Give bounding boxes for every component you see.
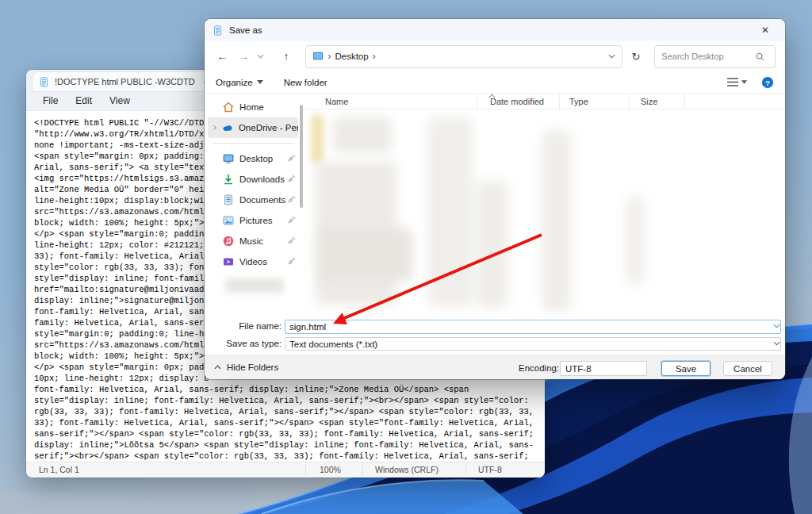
status-divider: [465, 465, 466, 475]
hide-folders-button[interactable]: Hide Folders: [214, 362, 278, 372]
view-options-button[interactable]: [727, 78, 747, 86]
sidebar-item-label: Downloads: [239, 175, 285, 184]
file-name-dropdown-icon[interactable]: [773, 324, 780, 328]
sidebar-item-label: Documents: [239, 195, 285, 205]
menu-edit[interactable]: Edit: [68, 93, 99, 109]
chevron-down-icon: [741, 80, 747, 84]
close-icon[interactable]: ✕: [753, 25, 777, 36]
organize-button[interactable]: Organize: [216, 78, 263, 87]
dialog-toolbar: Organize New folder ?: [205, 71, 785, 94]
save-button[interactable]: Save: [661, 361, 710, 376]
address-dropdown-icon[interactable]: [608, 54, 615, 59]
documents-icon: [222, 194, 235, 206]
organize-label: Organize: [216, 78, 253, 87]
cancel-button-label: Cancel: [733, 364, 762, 374]
new-folder-button[interactable]: New folder: [284, 78, 327, 87]
notepad-status-bar: Ln 1, Col 1 100% Windows (CRLF) UTF-8: [26, 462, 545, 478]
save-as-type-value: Text documents (*.txt): [289, 339, 377, 349]
redacted-file-entry: [311, 114, 324, 163]
videos-icon: [222, 255, 235, 268]
pin-icon: [287, 215, 298, 226]
file-name-label: File name:: [210, 321, 282, 331]
filename-section: File name: Save as type: Text documents …: [205, 317, 785, 355]
dialog-body: HomeOneDrive - PersDesktopDownloadsDocum…: [205, 94, 785, 317]
menu-view[interactable]: View: [102, 93, 137, 109]
sidebar-item-label: Pictures: [239, 216, 273, 225]
chevron-up-icon: [214, 365, 221, 370]
breadcrumb-separator: ›: [327, 51, 331, 62]
sort-ascending-icon[interactable]: [488, 94, 496, 98]
up-icon[interactable]: ↑: [278, 50, 295, 63]
status-line-ending[interactable]: Windows (CRLF): [375, 465, 439, 474]
notepad-tab[interactable]: !DOCTYPE html PUBLIC -W3CDTD ) ●: [33, 72, 215, 91]
breadcrumb-location[interactable]: Desktop: [335, 52, 368, 61]
hide-folders-label: Hide Folders: [227, 362, 278, 372]
address-bar[interactable]: › Desktop ›: [305, 45, 622, 68]
encoding-select[interactable]: UTF-8: [560, 361, 647, 376]
chevron-right-icon: [211, 124, 220, 132]
save-as-type-select[interactable]: Text documents (*.txt): [285, 337, 781, 351]
column-header-row: NameDate modifiedTypeSize: [304, 94, 783, 109]
home-icon: [222, 101, 235, 113]
cancel-button[interactable]: Cancel: [723, 361, 772, 376]
redacted-file-entry: [626, 197, 644, 284]
sidebar-item-desktop[interactable]: Desktop: [208, 148, 298, 169]
redacted-file-entry: [319, 228, 412, 281]
status-divider: [305, 465, 306, 475]
encoding-label: Encoding:: [519, 363, 559, 373]
desktop-mini-icon: [312, 52, 324, 61]
status-divider: [362, 465, 363, 475]
back-icon[interactable]: ←: [214, 50, 231, 63]
menu-file[interactable]: File: [36, 93, 65, 109]
sidebar-item-videos[interactable]: Videos: [208, 251, 298, 272]
sidebar-item-label: Videos: [239, 257, 267, 267]
notepad-icon: [39, 76, 49, 88]
sidebar-item-pictures[interactable]: Pictures: [208, 210, 298, 231]
column-header-size[interactable]: Size: [630, 94, 685, 109]
windows-desktop: { "desktop": { "wallpaper_top_color": "#…: [0, 0, 812, 514]
sidebar-scrollbar[interactable]: [300, 105, 303, 208]
sidebar-item-home[interactable]: Home: [208, 97, 298, 117]
breadcrumb-separator: ›: [373, 51, 376, 62]
desktop-icon: [222, 152, 235, 165]
dialog-sidebar: HomeOneDrive - PersDesktopDownloadsDocum…: [208, 97, 298, 293]
music-icon: [222, 235, 235, 247]
forward-icon[interactable]: →: [236, 50, 252, 63]
onedrive-icon: [221, 121, 234, 134]
dialog-navigation-bar: ← → ↑ › Desktop › ↻: [205, 41, 785, 71]
sidebar-item-label: Music: [239, 236, 263, 246]
search-box: [654, 45, 776, 68]
save-as-dialog: Save as ✕ ← → ↑ › Desktop › ↻: [205, 19, 785, 379]
file-name-input[interactable]: [285, 320, 781, 334]
list-view-icon: [727, 78, 738, 86]
status-encoding[interactable]: UTF-8: [478, 465, 502, 474]
dialog-title-bar: Save as ✕: [205, 19, 785, 41]
sidebar-item-onedrive[interactable]: OneDrive - Pers: [208, 117, 298, 138]
sidebar-item-label: OneDrive - Pers: [239, 123, 298, 132]
pictures-icon: [222, 214, 235, 227]
search-icon[interactable]: [755, 52, 765, 62]
notepad-icon: [213, 25, 223, 36]
help-icon[interactable]: ?: [761, 76, 774, 89]
refresh-icon[interactable]: ↻: [627, 51, 645, 63]
status-zoom-level[interactable]: 100%: [320, 465, 341, 474]
svg-text:?: ?: [765, 78, 770, 86]
pin-icon: [287, 153, 298, 164]
sidebar-item-music[interactable]: Music: [208, 231, 298, 251]
sidebar-item-downloads[interactable]: Downloads: [208, 169, 298, 190]
sidebar-item-documents[interactable]: Documents: [208, 190, 298, 210]
search-input[interactable]: [661, 52, 755, 61]
sidebar-item-label: Desktop: [239, 154, 273, 163]
sidebar-item-label: Home: [239, 102, 264, 112]
save-as-type-dropdown-icon[interactable]: [773, 341, 780, 346]
column-header-name[interactable]: Name: [304, 94, 477, 109]
redacted-sidebar-item: [225, 278, 284, 293]
history-chevron-icon[interactable]: [257, 54, 274, 59]
pin-icon: [287, 236, 298, 247]
save-button-label: Save: [676, 364, 696, 374]
encoding-value: UTF-8: [565, 364, 592, 374]
column-header-type[interactable]: Type: [560, 94, 630, 109]
file-list: NameDate modifiedTypeSize: [304, 94, 783, 317]
save-as-type-label: Save as type:: [210, 339, 282, 348]
dialog-footer: Hide Folders Encoding: UTF-8 Save Cancel: [205, 355, 785, 379]
